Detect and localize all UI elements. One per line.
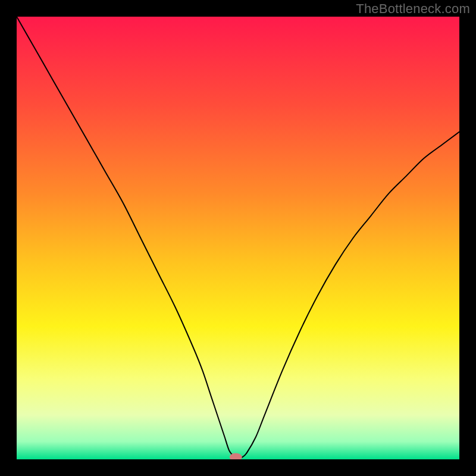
chart-frame: TheBottleneck.com — [0, 0, 476, 476]
plot-area — [17, 17, 459, 459]
chart-svg — [17, 17, 459, 459]
gradient-background — [17, 17, 459, 459]
watermark-text: TheBottleneck.com — [356, 1, 470, 17]
